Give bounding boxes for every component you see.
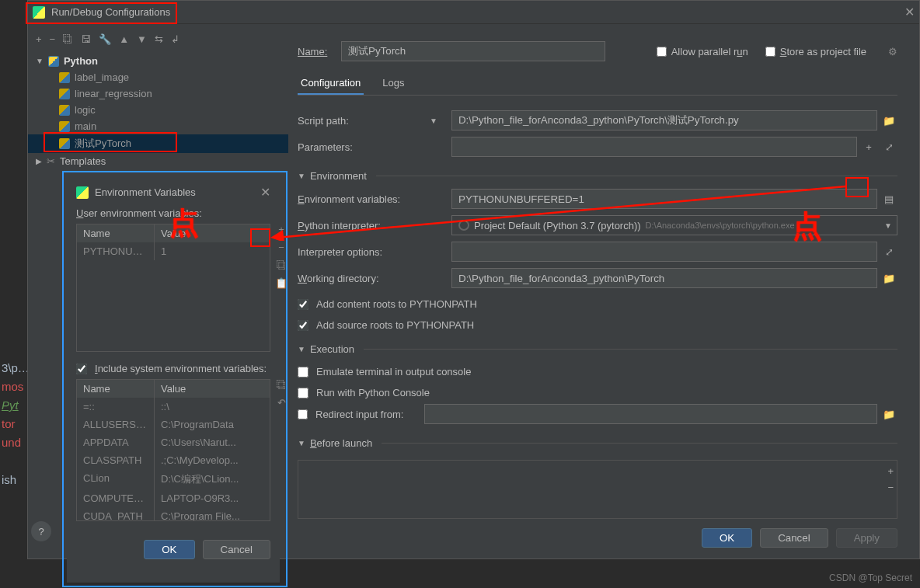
python-file-icon <box>59 121 70 132</box>
user-env-table: NameValue PYTHONUNBUF...1 <box>76 224 270 352</box>
table-row[interactable]: CLASSPATH.;C:\MyDevelop... <box>77 451 270 469</box>
add-var-icon[interactable]: + <box>274 224 289 235</box>
folder-icon[interactable]: 📁 <box>880 270 897 287</box>
table-row[interactable]: APPDATAC:\Users\Narut... <box>77 433 270 451</box>
revert-sys-icon[interactable]: ↶ <box>274 397 289 409</box>
config-tree: ▼ Python label_image linear_regression l… <box>28 50 288 172</box>
tree-templates-node[interactable]: ▶ ✂ Templates <box>28 153 288 169</box>
interp-opts-label: Interpreter options: <box>298 246 430 258</box>
py-interp-dropdown[interactable]: Project Default (Python 3.7 (pytorch)) D… <box>451 215 897 235</box>
copy-sys-icon[interactable]: ⿻ <box>274 379 289 391</box>
emulate-terminal-checkbox[interactable] <box>298 367 308 378</box>
env-ok-button[interactable]: OK <box>144 540 194 559</box>
plus-icon[interactable]: + <box>860 138 877 155</box>
watermark: CSDN @Top Secret <box>829 572 912 583</box>
pycharm-icon <box>76 186 89 199</box>
table-row[interactable]: ALLUSERSPRO...C:\ProgramData <box>77 416 270 433</box>
close-icon[interactable]: ✕ <box>904 5 915 19</box>
tree-item-test-pytorch[interactable]: 测试PyTorch <box>28 134 288 153</box>
folder-icon[interactable]: 📁 <box>880 405 897 423</box>
run-py-console-checkbox[interactable] <box>298 388 308 398</box>
include-sys-checkbox[interactable] <box>76 364 87 374</box>
before-launch-area: + − <box>298 460 897 519</box>
add-config-icon[interactable]: + <box>36 33 42 45</box>
remove-task-icon[interactable]: − <box>887 482 894 493</box>
col-name: Name <box>77 380 155 398</box>
remove-var-icon[interactable]: − <box>274 242 289 253</box>
chevron-down-icon: ▼ <box>36 57 44 65</box>
env-cancel-button[interactable]: Cancel <box>203 540 271 559</box>
help-icon[interactable]: ? <box>31 521 51 541</box>
background-editor: 3\p… mos Pyt tor und ish <box>2 340 30 489</box>
close-icon[interactable]: ✕ <box>260 185 270 200</box>
copy-var-icon[interactable]: ⿻ <box>274 259 289 271</box>
revert-icon[interactable]: ↲ <box>171 33 179 45</box>
store-project-label: Store as project file <box>780 46 866 57</box>
save-config-icon[interactable]: 🖫 <box>81 33 91 45</box>
workdir-label: Working directory: <box>298 273 430 284</box>
include-sys-label: Include system environment variables: <box>95 363 267 374</box>
table-row[interactable]: COMPUTERNA...LAPTOP-O9R3... <box>77 489 270 507</box>
tabs: Configuration Logs <box>298 72 897 96</box>
env-dialog-title: Environment Variables <box>95 186 196 198</box>
table-row[interactable]: PYTHONUNBUF...1 <box>77 242 270 260</box>
config-toolbar: + − ⿻ 🖫 🔧 ▲ ▼ ⇆ ↲ <box>28 29 288 50</box>
table-row[interactable]: CUDA_PATHC:\Program File... <box>77 507 270 520</box>
workdir-input[interactable] <box>451 268 877 288</box>
tree-item-label-image[interactable]: label_image <box>28 69 288 85</box>
table-row[interactable]: =::::\ <box>77 398 270 416</box>
loading-icon <box>458 220 469 231</box>
folder-icon[interactable]: 📁 <box>880 112 897 129</box>
paste-var-icon[interactable]: 📋 <box>274 277 289 289</box>
script-path-input[interactable] <box>451 110 877 130</box>
gear-icon[interactable]: ⚙ <box>888 46 897 57</box>
col-value: Value <box>155 380 270 398</box>
add-source-roots-checkbox[interactable] <box>298 320 308 331</box>
add-content-roots-checkbox[interactable] <box>298 299 308 310</box>
expand-icon[interactable]: ⤢ <box>880 243 897 260</box>
script-path-label: Script path: <box>298 115 430 127</box>
sys-env-table: NameValue =::::\ALLUSERSPRO...C:\Program… <box>76 379 270 521</box>
section-execution[interactable]: ▼Execution <box>298 343 897 355</box>
tab-logs[interactable]: Logs <box>379 72 407 95</box>
parameters-input[interactable] <box>451 137 857 157</box>
templates-icon: ✂ <box>47 155 55 167</box>
run-py-console-label: Run with Python Console <box>316 387 430 398</box>
copy-config-icon[interactable]: ⿻ <box>63 33 73 45</box>
python-file-icon <box>59 138 70 149</box>
tree-item-logic[interactable]: logic <box>28 102 288 118</box>
wrench-icon[interactable]: 🔧 <box>99 33 111 45</box>
env-vars-input[interactable] <box>451 189 877 209</box>
allow-parallel-label: Allow parallel run <box>671 46 748 57</box>
redirect-input-checkbox[interactable] <box>298 409 308 419</box>
allow-parallel-checkbox[interactable] <box>657 47 667 57</box>
emulate-terminal-label: Emulate terminal in output console <box>316 366 471 378</box>
tree-item-linear-regression[interactable]: linear_regression <box>28 85 288 102</box>
env-vars-edit-icon[interactable]: ▤ <box>880 190 897 207</box>
right-pane: Name: Allow parallel run Store as projec… <box>288 24 919 558</box>
dialog-title: Run/Debug Configurations <box>51 6 170 18</box>
expand-icon[interactable]: ⤢ <box>880 138 897 155</box>
redirect-input-field <box>424 404 877 424</box>
cancel-button[interactable]: Cancel <box>760 528 828 548</box>
ok-button[interactable]: OK <box>702 528 752 548</box>
tab-configuration[interactable]: Configuration <box>298 72 364 95</box>
section-environment[interactable]: ▼Environment <box>298 170 897 182</box>
pycharm-icon <box>33 6 45 19</box>
env-vars-label: Environment variables: <box>298 193 430 205</box>
interp-opts-input[interactable] <box>451 242 877 262</box>
move-up-icon[interactable]: ▲ <box>119 33 129 45</box>
add-task-icon[interactable]: + <box>887 465 894 477</box>
script-path-mode-arrow[interactable]: ▼ <box>430 117 437 125</box>
tree-item-main[interactable]: main <box>28 118 288 134</box>
move-down-icon[interactable]: ▼ <box>137 33 147 45</box>
col-name: Name <box>77 224 155 242</box>
store-project-checkbox[interactable] <box>765 47 775 57</box>
name-label: Name: <box>298 46 341 57</box>
tree-python-node[interactable]: ▼ Python <box>28 53 288 69</box>
name-input[interactable] <box>341 41 605 61</box>
folder-group-icon[interactable]: ⇆ <box>155 33 163 45</box>
section-before-launch[interactable]: ▼Before launch <box>298 437 897 449</box>
remove-config-icon[interactable]: − <box>50 33 56 45</box>
table-row[interactable]: CLionD:\C编程\CLion... <box>77 469 270 489</box>
